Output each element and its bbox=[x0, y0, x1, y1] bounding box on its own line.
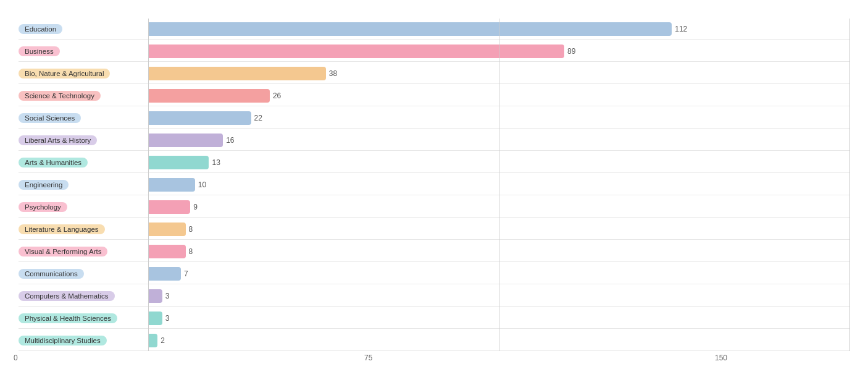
bar-label: Bio, Nature & Agricultural bbox=[19, 69, 148, 78]
bar-label: Science & Technology bbox=[19, 91, 148, 101]
bar-fill bbox=[148, 22, 672, 36]
bar-area: 9 bbox=[148, 200, 849, 214]
bar-value: 8 bbox=[189, 225, 193, 234]
bar-area: 8 bbox=[148, 245, 849, 258]
bar-fill bbox=[148, 89, 270, 103]
bar-label-text: Multidisciplinary Studies bbox=[19, 336, 107, 345]
bar-row: Liberal Arts & History16 bbox=[19, 130, 849, 151]
bar-area: 22 bbox=[148, 111, 849, 125]
bar-area: 13 bbox=[148, 156, 849, 169]
bar-value: 10 bbox=[198, 180, 206, 189]
bar-value: 2 bbox=[161, 336, 165, 345]
bar-label: Communications bbox=[19, 269, 148, 279]
bar-area: 26 bbox=[148, 89, 849, 103]
bar-label-text: Science & Technology bbox=[19, 91, 101, 101]
bar-fill bbox=[148, 245, 186, 258]
bar-value: 3 bbox=[165, 292, 170, 300]
bar-label: Psychology bbox=[19, 202, 148, 212]
bar-row: Communications7 bbox=[19, 263, 849, 284]
bar-fill bbox=[148, 200, 190, 214]
bar-fill bbox=[148, 67, 326, 80]
bar-label-text: Business bbox=[19, 46, 60, 56]
bar-row: Visual & Performing Arts8 bbox=[19, 241, 849, 262]
x-axis-label: 75 bbox=[364, 354, 372, 362]
bar-value: 8 bbox=[189, 247, 193, 256]
bar-row: Literature & Languages8 bbox=[19, 219, 849, 240]
bar-fill bbox=[148, 334, 157, 347]
bar-value: 9 bbox=[193, 203, 198, 211]
bar-row: Social Sciences22 bbox=[19, 108, 849, 129]
bar-label-text: Computers & Mathematics bbox=[19, 291, 115, 301]
bar-value: 16 bbox=[226, 136, 234, 145]
bar-row: Multidisciplinary Studies2 bbox=[19, 330, 849, 351]
x-axis-label: 0 bbox=[14, 354, 18, 362]
bar-fill bbox=[148, 267, 181, 281]
bar-row: Engineering10 bbox=[19, 174, 849, 195]
bar-value: 26 bbox=[273, 91, 281, 100]
chart-container: Education112Business89Bio, Nature & Agri… bbox=[19, 19, 849, 366]
bar-value: 89 bbox=[567, 47, 575, 56]
bar-area: 89 bbox=[148, 45, 849, 58]
bar-fill bbox=[148, 134, 223, 147]
bar-fill bbox=[148, 223, 186, 236]
bar-fill bbox=[148, 289, 162, 303]
bar-row: Psychology9 bbox=[19, 197, 849, 218]
bar-value: 112 bbox=[675, 25, 687, 33]
x-axis-label: 150 bbox=[715, 354, 727, 362]
bar-label-text: Liberal Arts & History bbox=[19, 135, 97, 145]
bar-label-text: Social Sciences bbox=[19, 113, 81, 123]
bar-area: 16 bbox=[148, 134, 849, 147]
bar-label: Computers & Mathematics bbox=[19, 291, 148, 301]
bar-label: Liberal Arts & History bbox=[19, 135, 148, 145]
bar-area: 8 bbox=[148, 223, 849, 236]
bar-label-text: Bio, Nature & Agricultural bbox=[19, 69, 110, 78]
bar-row: Science & Technology26 bbox=[19, 85, 849, 106]
bar-row: Business89 bbox=[19, 41, 849, 62]
bar-area: 38 bbox=[148, 67, 849, 80]
bar-fill bbox=[148, 111, 251, 125]
bar-label: Engineering bbox=[19, 180, 148, 190]
bar-area: 3 bbox=[148, 289, 849, 303]
bar-area: 3 bbox=[148, 312, 849, 325]
bar-label-text: Psychology bbox=[19, 202, 67, 212]
bar-label-text: Arts & Humanities bbox=[19, 158, 88, 167]
bar-row: Arts & Humanities13 bbox=[19, 152, 849, 173]
bar-area: 2 bbox=[148, 334, 849, 347]
bar-value: 7 bbox=[184, 269, 188, 278]
bar-label-text: Engineering bbox=[19, 180, 69, 190]
bar-fill bbox=[148, 312, 162, 325]
bar-fill bbox=[148, 45, 564, 58]
grid-line bbox=[849, 19, 850, 351]
bar-label: Social Sciences bbox=[19, 113, 148, 123]
bar-value: 3 bbox=[165, 314, 170, 323]
bar-label: Business bbox=[19, 46, 148, 56]
bar-label: Education bbox=[19, 24, 148, 34]
bar-label: Arts & Humanities bbox=[19, 158, 148, 167]
bar-area: 10 bbox=[148, 178, 849, 192]
bar-fill bbox=[148, 156, 209, 169]
bar-value: 13 bbox=[212, 158, 220, 167]
bar-label-text: Communications bbox=[19, 269, 84, 279]
bar-label-text: Education bbox=[19, 24, 62, 34]
bar-value: 22 bbox=[254, 114, 262, 122]
bar-label: Visual & Performing Arts bbox=[19, 247, 148, 256]
bar-value: 38 bbox=[329, 69, 337, 78]
bar-area: 7 bbox=[148, 267, 849, 281]
bar-label-text: Physical & Health Sciences bbox=[19, 313, 117, 323]
bar-fill bbox=[148, 178, 195, 192]
bar-area: 112 bbox=[148, 22, 849, 36]
bar-label-text: Literature & Languages bbox=[19, 224, 105, 234]
bar-row: Bio, Nature & Agricultural38 bbox=[19, 63, 849, 84]
bar-label: Multidisciplinary Studies bbox=[19, 336, 148, 345]
bar-row: Education112 bbox=[19, 19, 849, 40]
bar-row: Physical & Health Sciences3 bbox=[19, 308, 849, 329]
bar-row: Computers & Mathematics3 bbox=[19, 286, 849, 307]
bar-label-text: Visual & Performing Arts bbox=[19, 247, 107, 256]
bar-label: Literature & Languages bbox=[19, 224, 148, 234]
bar-label: Physical & Health Sciences bbox=[19, 313, 148, 323]
